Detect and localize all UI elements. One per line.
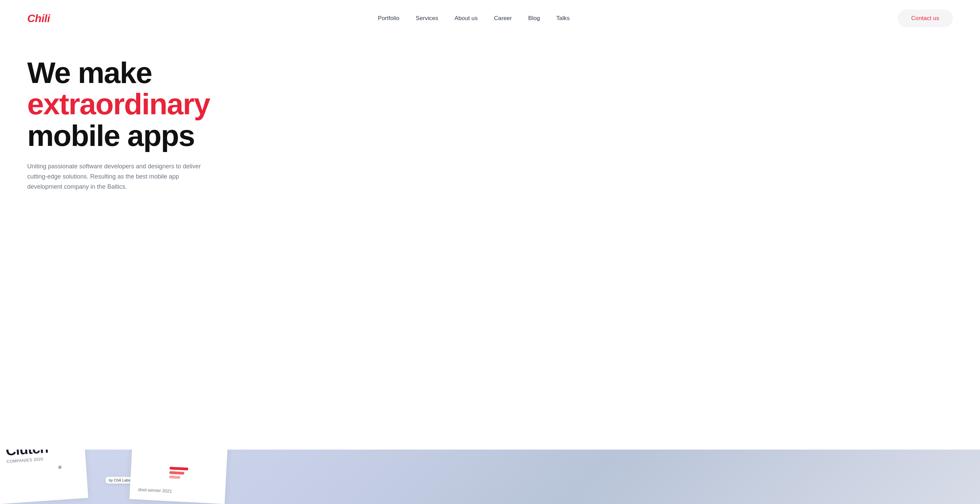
nav-link-services[interactable]: Services	[416, 15, 438, 21]
award-card: doot winner 2021	[129, 450, 228, 504]
clutch-card: Clutch COMPANIES 2020	[0, 450, 88, 504]
hero-title-highlight: extraordinary	[27, 87, 210, 121]
brand-logo[interactable]: Chili	[27, 12, 50, 25]
contact-us-button[interactable]: Contact us	[898, 10, 953, 27]
nav-item-blog[interactable]: Blog	[528, 15, 540, 22]
nav-item-portfolio[interactable]: Portfolio	[378, 15, 399, 22]
nav-link-portfolio[interactable]: Portfolio	[378, 15, 399, 21]
hero-title: We make extraordinary mobile apps	[27, 57, 313, 151]
nav-link-career[interactable]: Career	[494, 15, 512, 21]
stripe-bar-3	[169, 475, 180, 479]
hero-title-start: We make	[27, 56, 152, 89]
page-wrapper: Chili Portfolio Services About us Career…	[0, 0, 980, 504]
bottom-banner: ‹ Clutch COMPANIES 2020 by Chili Labs 🌶 …	[0, 450, 980, 504]
nav-link-blog[interactable]: Blog	[528, 15, 540, 21]
nav-item-about[interactable]: About us	[455, 15, 478, 22]
nav-link-about[interactable]: About us	[455, 15, 478, 21]
nav-links: Portfolio Services About us Career Blog …	[378, 15, 570, 22]
nav-link-talks[interactable]: Talks	[556, 15, 570, 21]
nav-item-services[interactable]: Services	[416, 15, 438, 22]
map-dot-indicator	[57, 464, 63, 470]
nav-item-talks[interactable]: Talks	[556, 15, 570, 22]
navbar: Chili Portfolio Services About us Career…	[0, 0, 980, 37]
stripe-bar-2	[169, 471, 184, 474]
award-text: doot winner 2021	[138, 486, 172, 494]
stripe-award-icon	[169, 467, 188, 486]
hero-subtitle: Uniting passionate software developers a…	[27, 162, 204, 192]
hero-section: We make extraordinary mobile apps Unitin…	[0, 37, 340, 205]
hero-title-end: mobile apps	[27, 119, 194, 152]
stripe-bar-1	[169, 467, 188, 470]
nav-item-career[interactable]: Career	[494, 15, 512, 22]
